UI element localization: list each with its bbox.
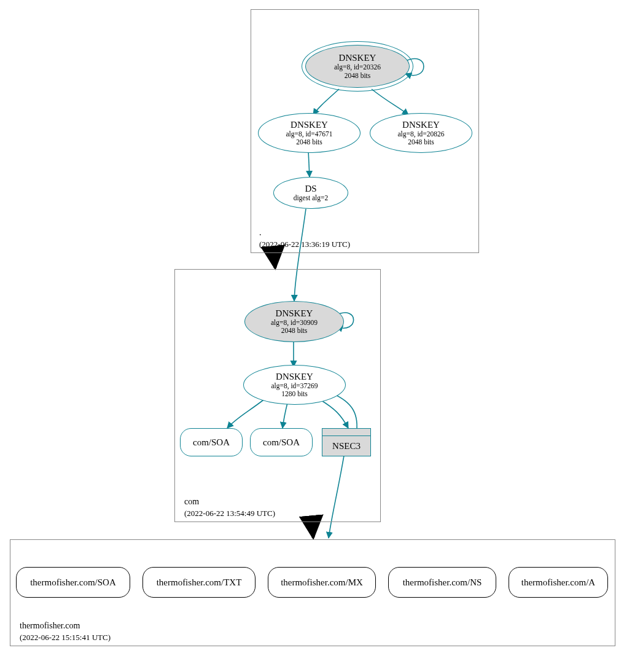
node-root-ksk: DNSKEY alg=8, id=20326 2048 bits <box>305 45 410 88</box>
label: thermofisher.com/TXT <box>157 577 242 588</box>
node-root-zsk1: DNSKEY alg=8, id=47671 2048 bits <box>258 113 361 153</box>
node-root-zsk2: DNSKEY alg=8, id=20826 2048 bits <box>370 113 472 153</box>
label: DNSKEY <box>339 53 376 63</box>
label: 2048 bits <box>408 138 434 146</box>
node-root-ds: DS digest alg=2 <box>273 177 348 209</box>
zone-com-ts: (2022-06-22 13:54:49 UTC) <box>184 509 275 518</box>
label: DNSKEY <box>402 120 440 130</box>
label: DNSKEY <box>291 120 328 130</box>
label: 1280 bits <box>281 390 308 398</box>
label: thermofisher.com/A <box>521 577 595 588</box>
node-nsec3: NSEC3 <box>322 428 370 455</box>
label: DNSKEY <box>276 372 313 382</box>
zone-leaf-name: thermofisher.com <box>20 621 80 630</box>
label: com/SOA <box>263 437 300 448</box>
zone-root-label: . (2022-06-22 13:36:19 UTC) <box>259 227 350 251</box>
label: DS <box>305 184 316 194</box>
zone-root-name: . <box>259 228 262 237</box>
zone-com-name: com <box>184 497 199 506</box>
label: alg=8, id=20326 <box>334 63 381 71</box>
node-tf-txt: thermofisher.com/TXT <box>142 567 255 598</box>
node-tf-mx: thermofisher.com/MX <box>268 567 376 598</box>
zone-leaf-label: thermofisher.com (2022-06-22 15:15:41 UT… <box>20 620 111 644</box>
node-com-soa-1: com/SOA <box>180 428 243 456</box>
label: alg=8, id=37269 <box>271 382 318 390</box>
zone-com-label: com (2022-06-22 13:54:49 UTC) <box>184 496 275 520</box>
label: NSEC3 <box>332 441 361 451</box>
label: thermofisher.com/NS <box>403 577 482 588</box>
node-tf-a: thermofisher.com/A <box>509 567 608 598</box>
label: alg=8, id=20826 <box>397 130 444 138</box>
label: com/SOA <box>193 437 230 448</box>
label: digest alg=2 <box>294 194 329 202</box>
node-com-ksk: DNSKEY alg=8, id=30909 2048 bits <box>244 301 344 342</box>
node-tf-ns: thermofisher.com/NS <box>388 567 496 598</box>
zone-leaf-ts: (2022-06-22 15:15:41 UTC) <box>20 633 111 642</box>
node-com-zsk: DNSKEY alg=8, id=37269 1280 bits <box>243 365 346 405</box>
zone-root-ts: (2022-06-22 13:36:19 UTC) <box>259 240 350 249</box>
label: alg=8, id=47671 <box>286 130 332 138</box>
node-tf-soa: thermofisher.com/SOA <box>16 567 130 598</box>
label: DNSKEY <box>276 308 313 319</box>
label: 2048 bits <box>281 327 308 335</box>
label: thermofisher.com/SOA <box>30 577 116 588</box>
label: thermofisher.com/MX <box>281 577 363 588</box>
label: 2048 bits <box>296 138 322 146</box>
label: 2048 bits <box>345 72 371 80</box>
label: alg=8, id=30909 <box>271 319 318 327</box>
node-com-soa-2: com/SOA <box>250 428 313 456</box>
